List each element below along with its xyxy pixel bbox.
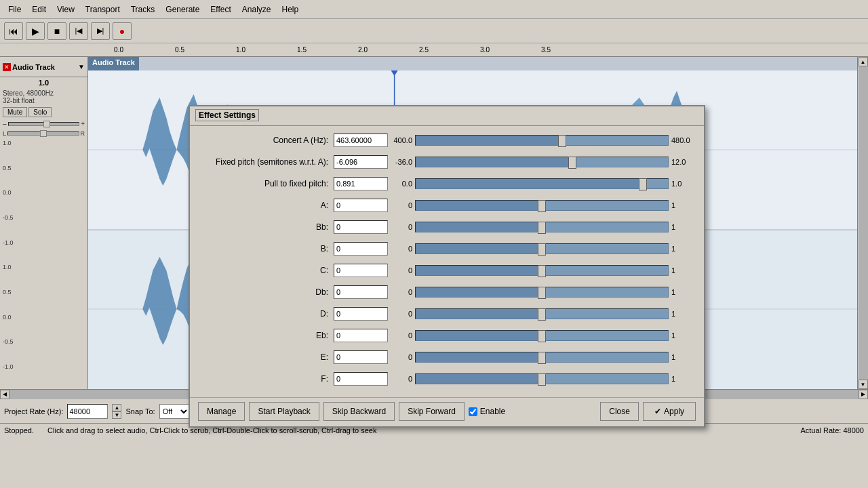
- note-f-min: 0: [388, 375, 415, 383]
- param-row-pull: Pull to fixed pitch: 0.0 1.0: [198, 175, 696, 192]
- manage-button[interactable]: Manage: [198, 402, 245, 421]
- note-db-slider-container: [415, 285, 669, 299]
- note-bb-label: Bb:: [198, 222, 334, 232]
- note-db-slider[interactable]: [415, 287, 669, 298]
- pull-max: 1.0: [669, 180, 696, 188]
- fixed-pitch-min: -36.0: [388, 158, 415, 166]
- note-c-label: C:: [198, 266, 334, 275]
- note-db-label: Db:: [198, 287, 334, 297]
- note-e-max: 1: [669, 353, 696, 361]
- concert-a-slider-container: [415, 134, 669, 147]
- param-row-C: C: 0 1: [198, 262, 696, 279]
- skip-backward-button[interactable]: Skip Backward: [323, 402, 395, 421]
- note-bb-min: 0: [388, 223, 415, 231]
- start-playback-button[interactable]: Start Playback: [249, 402, 319, 421]
- dialog-content: Concert A (Hz): 400.0 480.0 Fixed pitch …: [190, 126, 704, 397]
- note-d-slider[interactable]: [415, 308, 669, 319]
- param-row-Eb: Eb: 0 1: [198, 327, 696, 344]
- apply-button[interactable]: ✔ Apply: [643, 402, 696, 421]
- dialog-title: Effect Settings: [195, 109, 259, 121]
- note-f-label: F:: [198, 374, 334, 384]
- note-db-max: 1: [669, 288, 696, 296]
- note-e-input[interactable]: [334, 350, 388, 364]
- pull-label: Pull to fixed pitch:: [198, 179, 334, 188]
- pull-input[interactable]: [334, 177, 388, 190]
- note-eb-max: 1: [669, 331, 696, 340]
- enable-row: Enable: [469, 407, 505, 416]
- note-a-label: A:: [198, 201, 334, 210]
- note-a-slider-container: [415, 199, 669, 212]
- note-c-max: 1: [669, 266, 696, 274]
- note-d-input[interactable]: [334, 307, 388, 321]
- close-button[interactable]: Close: [600, 402, 639, 421]
- concert-a-min: 400.0: [388, 136, 415, 144]
- note-b-label: B:: [198, 244, 334, 253]
- param-row-A: A: 0 1: [198, 197, 696, 214]
- fixed-pitch-max: 12.0: [669, 158, 696, 166]
- param-row-Bb: Bb: 0 1: [198, 218, 696, 236]
- note-b-min: 0: [388, 245, 415, 253]
- checkmark-icon: ✔: [654, 407, 661, 416]
- note-d-max: 1: [669, 310, 696, 318]
- concert-a-label: Concert A (Hz):: [198, 136, 334, 145]
- note-b-input[interactable]: [334, 242, 388, 256]
- note-eb-label: Eb:: [198, 331, 334, 340]
- fixed-pitch-input[interactable]: [334, 155, 388, 169]
- note-c-input[interactable]: [334, 264, 388, 277]
- note-bb-max: 1: [669, 223, 696, 231]
- concert-a-input[interactable]: [334, 134, 388, 147]
- note-b-slider-container: [415, 242, 669, 256]
- note-f-slider-container: [415, 372, 669, 386]
- note-eb-input[interactable]: [334, 329, 388, 342]
- note-eb-slider-container: [415, 329, 669, 342]
- note-a-slider[interactable]: [415, 200, 669, 211]
- param-row-D: D: 0 1: [198, 305, 696, 323]
- fixed-pitch-slider-container: [415, 155, 669, 169]
- note-c-slider[interactable]: [415, 265, 669, 276]
- note-bb-slider[interactable]: [415, 222, 669, 232]
- note-f-input[interactable]: [334, 372, 388, 386]
- skip-forward-button[interactable]: Skip Forward: [399, 402, 465, 421]
- param-row-B: B: 0 1: [198, 240, 696, 258]
- param-row-fixed-pitch: Fixed pitch (semitones w.r.t. A): -36.0 …: [198, 153, 696, 171]
- apply-label: Apply: [664, 407, 684, 416]
- note-e-label: E:: [198, 352, 334, 362]
- note-e-min: 0: [388, 353, 415, 361]
- note-e-slider-container: [415, 350, 669, 364]
- note-a-min: 0: [388, 201, 415, 209]
- concert-a-max: 480.0: [669, 136, 696, 144]
- pull-min: 0.0: [388, 180, 415, 188]
- param-row-Db: Db: 0 1: [198, 283, 696, 301]
- note-e-slider[interactable]: [415, 352, 669, 363]
- note-db-min: 0: [388, 288, 415, 296]
- effect-dialog: Effect Settings Concert A (Hz): 400.0 48…: [189, 105, 705, 428]
- dialog-overlay: Effect Settings Concert A (Hz): 400.0 48…: [0, 0, 868, 488]
- fixed-pitch-label: Fixed pitch (semitones w.r.t. A):: [198, 157, 334, 167]
- note-d-label: D:: [198, 309, 334, 319]
- note-b-max: 1: [669, 245, 696, 253]
- note-f-slider[interactable]: [415, 373, 669, 384]
- note-a-input[interactable]: [334, 199, 388, 212]
- note-d-min: 0: [388, 310, 415, 318]
- pull-slider[interactable]: [415, 178, 669, 189]
- note-b-slider[interactable]: [415, 243, 669, 254]
- note-eb-slider[interactable]: [415, 330, 669, 341]
- note-eb-min: 0: [388, 331, 415, 340]
- param-row-F: F: 0 1: [198, 370, 696, 388]
- note-bb-slider-container: [415, 220, 669, 234]
- note-f-max: 1: [669, 375, 696, 383]
- fixed-pitch-slider[interactable]: [415, 157, 669, 167]
- note-c-slider-container: [415, 264, 669, 277]
- note-bb-input[interactable]: [334, 220, 388, 234]
- concert-a-slider[interactable]: [415, 135, 669, 146]
- dialog-title-bar: Effect Settings: [190, 106, 704, 126]
- pull-slider-container: [415, 177, 669, 190]
- dialog-buttons: Manage Start Playback Skip Backward Skip…: [190, 397, 704, 426]
- note-db-input[interactable]: [334, 285, 388, 299]
- enable-checkbox[interactable]: [469, 407, 477, 416]
- enable-label: Enable: [480, 407, 505, 416]
- note-a-max: 1: [669, 201, 696, 209]
- note-d-slider-container: [415, 307, 669, 321]
- param-row-concert-a: Concert A (Hz): 400.0 480.0: [198, 131, 696, 149]
- param-row-E: E: 0 1: [198, 348, 696, 366]
